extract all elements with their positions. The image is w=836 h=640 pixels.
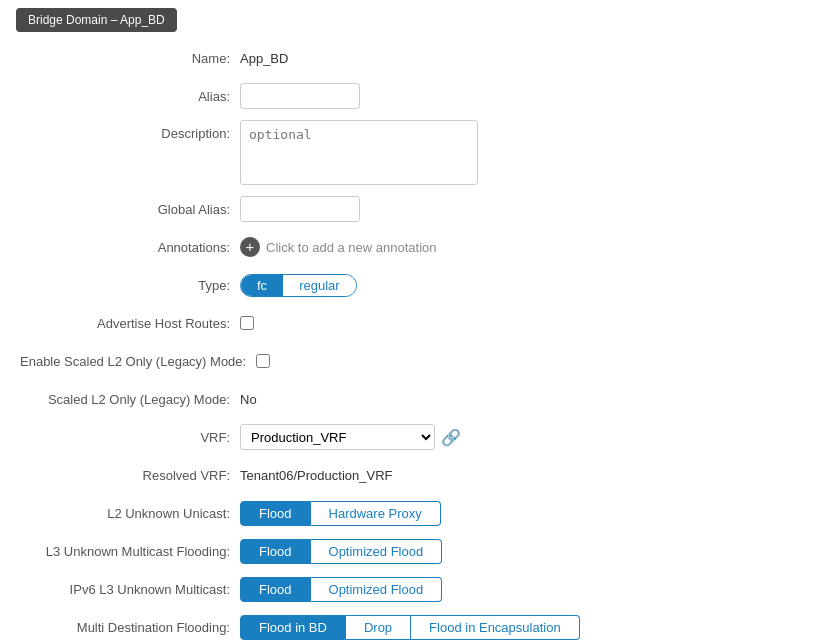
l2-unicast-group: Flood Hardware Proxy — [240, 501, 441, 526]
type-regular-button[interactable]: regular — [283, 275, 355, 296]
l3-multicast-label: L3 Unknown Multicast Flooding: — [20, 544, 240, 559]
alias-row: Alias: — [20, 82, 816, 110]
drop-button[interactable]: Drop — [346, 615, 411, 640]
type-label: Type: — [20, 278, 240, 293]
multi-dest-value: Flood in BD Drop Flood in Encapsulation — [240, 615, 816, 640]
name-text: App_BD — [240, 51, 288, 66]
breadcrumb-button[interactable]: Bridge Domain – App_BD — [16, 8, 177, 32]
l3-flood-button[interactable]: Flood — [240, 539, 311, 564]
vrf-row: VRF: Production_VRF 🔗 — [20, 423, 816, 451]
annotation-hint: Click to add a new annotation — [266, 240, 437, 255]
enable-scaled-row: Enable Scaled L2 Only (Legacy) Mode: — [20, 347, 816, 375]
enable-scaled-label: Enable Scaled L2 Only (Legacy) Mode: — [20, 354, 256, 369]
ipv6-l3-group: Flood Optimized Flood — [240, 577, 442, 602]
advertise-host-row: Advertise Host Routes: — [20, 309, 816, 337]
ipv6-flood-button[interactable]: Flood — [240, 577, 311, 602]
form-area: Name: App_BD Alias: Description: Global … — [0, 40, 836, 640]
l2-flood-button[interactable]: Flood — [240, 501, 311, 526]
advertise-host-checkbox[interactable] — [240, 316, 254, 330]
type-value: fc regular — [240, 274, 816, 297]
l2-unicast-row: L2 Unknown Unicast: Flood Hardware Proxy — [20, 499, 816, 527]
vrf-select[interactable]: Production_VRF — [240, 424, 435, 450]
l3-multicast-value: Flood Optimized Flood — [240, 539, 816, 564]
multi-dest-group: Flood in BD Drop Flood in Encapsulation — [240, 615, 580, 640]
enable-scaled-checkbox[interactable] — [256, 354, 270, 368]
description-label: Description: — [20, 120, 240, 141]
type-toggle-group: fc regular — [240, 274, 357, 297]
global-alias-value — [240, 196, 816, 222]
alias-value — [240, 83, 816, 109]
resolved-vrf-row: Resolved VRF: Tenant06/Production_VRF — [20, 461, 816, 489]
l3-multicast-group: Flood Optimized Flood — [240, 539, 442, 564]
annotations-row: Annotations: + Click to add a new annota… — [20, 233, 816, 261]
alias-label: Alias: — [20, 89, 240, 104]
flood-in-bd-button[interactable]: Flood in BD — [240, 615, 346, 640]
ipv6-optimized-flood-button[interactable]: Optimized Flood — [311, 577, 443, 602]
breadcrumb-bar: Bridge Domain – App_BD — [0, 0, 836, 40]
l2-hardware-proxy-button[interactable]: Hardware Proxy — [311, 501, 441, 526]
name-value: App_BD — [240, 51, 816, 66]
advertise-host-value — [240, 316, 816, 330]
name-row: Name: App_BD — [20, 44, 816, 72]
annotations-label: Annotations: — [20, 240, 240, 255]
l3-multicast-row: L3 Unknown Multicast Flooding: Flood Opt… — [20, 537, 816, 565]
description-input[interactable] — [240, 120, 478, 185]
scaled-mode-text: No — [240, 392, 257, 407]
l3-optimized-flood-button[interactable]: Optimized Flood — [311, 539, 443, 564]
type-row: Type: fc regular — [20, 271, 816, 299]
advertise-host-label: Advertise Host Routes: — [20, 316, 240, 331]
vrf-link-icon[interactable]: 🔗 — [441, 428, 461, 447]
add-annotation-button[interactable]: + — [240, 237, 260, 257]
flood-in-encapsulation-button[interactable]: Flood in Encapsulation — [411, 615, 580, 640]
type-fc-button[interactable]: fc — [241, 275, 283, 296]
description-value — [240, 120, 816, 185]
multi-dest-label: Multi Destination Flooding: — [20, 620, 240, 635]
resolved-vrf-text: Tenant06/Production_VRF — [240, 468, 392, 483]
global-alias-row: Global Alias: — [20, 195, 816, 223]
global-alias-input[interactable] — [240, 196, 360, 222]
vrf-value: Production_VRF 🔗 — [240, 424, 816, 450]
name-label: Name: — [20, 51, 240, 66]
global-alias-label: Global Alias: — [20, 202, 240, 217]
main-container: Bridge Domain – App_BD Name: App_BD Alia… — [0, 0, 836, 640]
ipv6-l3-row: IPv6 L3 Unknown Multicast: Flood Optimiz… — [20, 575, 816, 603]
vrf-wrapper: Production_VRF 🔗 — [240, 424, 461, 450]
l2-unicast-label: L2 Unknown Unicast: — [20, 506, 240, 521]
annotations-value: + Click to add a new annotation — [240, 237, 816, 257]
scaled-mode-value: No — [240, 392, 816, 407]
description-row: Description: — [20, 120, 816, 185]
vrf-label: VRF: — [20, 430, 240, 445]
multi-dest-row: Multi Destination Flooding: Flood in BD … — [20, 613, 816, 640]
ipv6-l3-label: IPv6 L3 Unknown Multicast: — [20, 582, 240, 597]
scaled-mode-row: Scaled L2 Only (Legacy) Mode: No — [20, 385, 816, 413]
resolved-vrf-value: Tenant06/Production_VRF — [240, 468, 816, 483]
ipv6-l3-value: Flood Optimized Flood — [240, 577, 816, 602]
resolved-vrf-label: Resolved VRF: — [20, 468, 240, 483]
l2-unicast-value: Flood Hardware Proxy — [240, 501, 816, 526]
enable-scaled-value — [256, 354, 816, 368]
scaled-mode-label: Scaled L2 Only (Legacy) Mode: — [20, 392, 240, 407]
alias-input[interactable] — [240, 83, 360, 109]
